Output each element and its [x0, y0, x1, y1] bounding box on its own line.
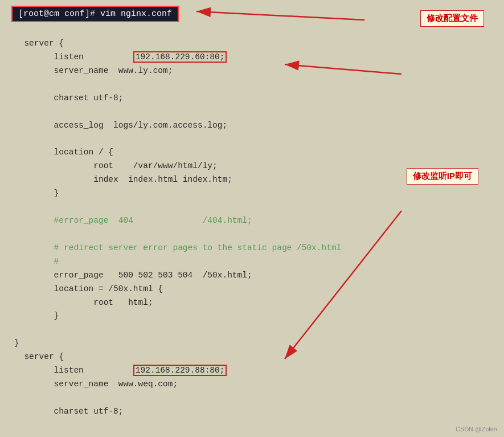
server1-accesslog: access_log logs/ly.com.access.log; — [14, 119, 504, 133]
annotation-modify-ip: 修改监听IP即可 — [407, 168, 478, 185]
server1-open: server { — [14, 37, 504, 51]
server1-redirect-comment: # redirect server error pages to the sta… — [14, 242, 504, 255]
server1-hash: # — [14, 255, 504, 269]
gap-line: server { — [14, 350, 504, 364]
server1-blank3 — [14, 132, 504, 146]
main-container: [root@cm conf]# vim nginx.conf server { … — [0, 0, 504, 437]
server1-errorpage-comment: #error_page 404 /404.html; — [14, 214, 504, 228]
server1-ip-highlight: 192.168.229.60:80; — [133, 51, 227, 63]
server1-errorpage: error_page 500 502 503 504 /50x.html; — [14, 269, 504, 283]
annotation-modify-config: 修改配置文件 — [420, 10, 484, 27]
server1-servername: server_name www.ly.com; — [14, 64, 504, 78]
server1-blank6 — [14, 323, 504, 337]
watermark: CSDN @Zolen — [456, 426, 497, 432]
code-area: server { listen 192.168.229.60:80; serve… — [6, 37, 504, 419]
server1-blank1 — [14, 78, 504, 92]
server1-location50x-close: } — [14, 309, 504, 323]
server1-close: } — [14, 337, 504, 350]
server2-ip-highlight: 192.168.229.88:80; — [133, 365, 227, 376]
server1-blank4 — [14, 201, 504, 214]
server1-location-open: location / { — [14, 146, 504, 160]
server2-servername: server_name www.weq.com; — [14, 378, 504, 391]
server2-charset: charset utf-8; — [14, 405, 504, 419]
server1-blank2 — [14, 105, 504, 119]
server1-location-close: } — [14, 187, 504, 201]
server1-blank5 — [14, 228, 504, 242]
server1-location50x-open: location = /50x.html { — [14, 283, 504, 296]
server2-blank1 — [14, 391, 504, 405]
server1-root-html: root html; — [14, 296, 504, 310]
server2-listen: listen 192.168.229.88:80; — [14, 364, 504, 378]
server1-charset: charset utf-8; — [14, 92, 504, 105]
terminal-command: [root@cm conf]# vim nginx.conf — [11, 6, 179, 22]
server1-listen: listen 192.168.229.60:80; — [14, 51, 504, 64]
